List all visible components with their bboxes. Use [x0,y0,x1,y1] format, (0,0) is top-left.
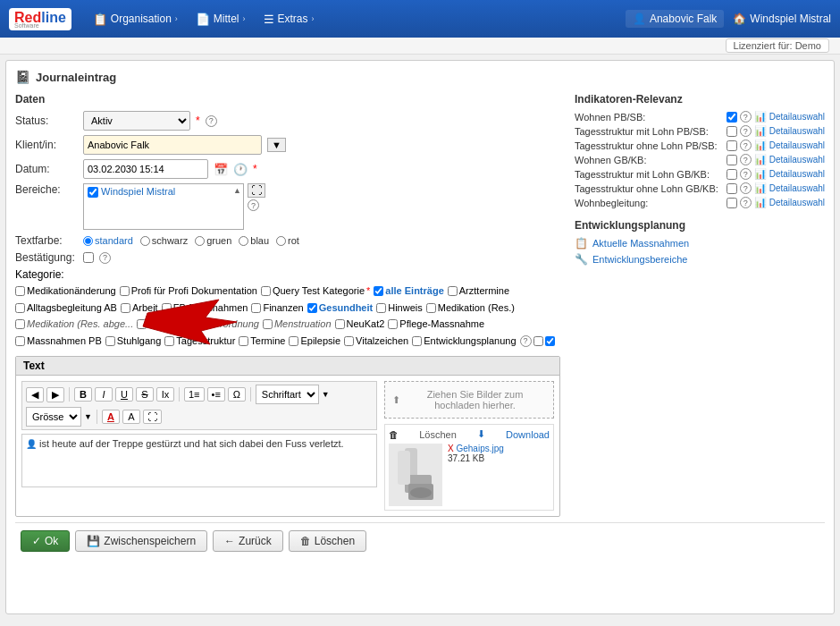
bereiche-info-icon[interactable]: ? [248,199,259,211]
textfarbe-gruen[interactable]: gruen [195,235,231,246]
bold-button[interactable]: B [74,387,92,402]
editor-content[interactable]: 👤 ist heute auf der Treppe gestürzt und … [21,434,377,487]
underline-button[interactable]: U [115,387,133,402]
ind-tages-lohn-gb-info[interactable]: ? [740,168,752,180]
kat-arzt-cb[interactable] [448,286,458,296]
ind-wohnen-pb-detail[interactable]: Detailauswahl [769,112,825,122]
delete-label[interactable]: Löschen [419,429,457,440]
ok-button[interactable]: ✓ Ok [21,530,70,552]
ind-tages-nolohn-pb-cb[interactable] [727,140,737,151]
kat-vitalzeichen-cb[interactable] [344,336,354,346]
home-button[interactable]: 🏠 Windspiel Mistral [733,13,831,25]
fullscreen-button[interactable]: ⛶ [143,410,162,424]
ind-wohnen-gb-detail[interactable]: Detailauswahl [769,155,825,165]
textfarbe-rot-radio[interactable] [276,236,286,246]
ordered-list-button[interactable]: 1≡ [184,387,205,402]
textfarbe-schwarz[interactable]: schwarz [140,235,188,246]
ind-tages-lohn-pb-cb[interactable] [727,126,737,137]
nav-organisation[interactable]: 📋 Organisation › [86,9,185,30]
textfarbe-rot[interactable]: rot [276,235,299,246]
upload-zone[interactable]: ⬆ Ziehen Sie Bilder zum hochladen hierhe… [384,381,554,419]
italic-button[interactable]: I [95,387,113,402]
kat-pflege-cb[interactable] [388,319,398,329]
ind-wohnen-pb-cb[interactable] [727,112,737,123]
ind-tages-lohn-gb-cb[interactable] [727,169,737,180]
font-select[interactable]: Schriftart [256,385,319,404]
textfarbe-gruen-radio[interactable] [195,236,205,246]
ind-wohnen-pb-info[interactable]: ? [740,111,752,123]
kat-epilepsie-cb[interactable] [289,336,298,346]
kat-profi-cb[interactable] [120,286,130,296]
loeschen-button[interactable]: 🗑 Löschen [289,530,366,552]
ind-wohnbegleitung-cb[interactable] [727,198,737,208]
clear-format-button[interactable]: Ix [156,387,174,402]
img-filename[interactable]: Gehaips.jpg [456,444,503,453]
status-info-icon[interactable]: ? [206,115,217,127]
ind-wohnen-gb-cb[interactable] [727,155,737,165]
size-select[interactable]: Grösse [26,407,81,427]
kat-medikationaenderung-cb[interactable] [15,286,25,296]
nav-mittel[interactable]: 📄 Mittel › [189,9,253,30]
kat-medikation-res-cb[interactable] [426,303,436,313]
kat-entwicklungsplanung-cb[interactable] [412,336,422,346]
ind-tages-lohn-gb-detail[interactable]: Detailauswahl [769,169,825,179]
textfarbe-standard[interactable]: standard [83,235,133,246]
ind-tages-nolohn-pb-info[interactable]: ? [740,140,752,151]
textfarbe-blau-radio[interactable] [239,236,248,246]
kat-finanzen-cb[interactable] [251,303,261,313]
entw-massnahmen[interactable]: 📋 Aktuelle Massnahmen [575,237,825,250]
kat-termine-cb[interactable] [239,336,248,346]
kat-query-cb[interactable] [261,286,271,296]
kat-neukat2-cb[interactable] [335,319,345,329]
clock-icon[interactable]: 🕐 [233,163,248,176]
ind-wohnen-gb-info[interactable]: ? [740,154,752,165]
kat-tagesstruktur-cb[interactable] [164,336,174,346]
status-select[interactable]: Aktiv [83,111,190,131]
textfarbe-schwarz-radio[interactable] [140,236,150,246]
bestaetigung-checkbox[interactable] [83,252,94,263]
ind-wohnbegleitung-detail[interactable]: Detailauswahl [769,198,825,207]
ind-tages-nolohn-gb-info[interactable]: ? [740,182,752,194]
kat-menstruation-cb[interactable] [263,319,273,329]
bereiche-checkbox[interactable] [88,187,98,198]
zwischenspeichern-button[interactable]: 💾 Zwischenspeichern [75,530,207,552]
kat-medizinische-cb[interactable] [137,319,147,329]
kat-massnahmen-pb-cb[interactable] [15,336,25,346]
user-info[interactable]: 👤 Anabovic Falk [626,10,724,28]
klient-dropdown-icon[interactable]: ▼ [267,138,286,152]
textfarbe-standard-radio[interactable] [83,236,93,246]
calendar-icon[interactable]: 📅 [214,163,228,176]
ind-tages-nolohn-gb-detail[interactable]: Detailauswahl [769,183,825,193]
ind-tages-lohn-pb-info[interactable]: ? [740,125,752,137]
textfarbe-blau[interactable]: blau [239,235,269,246]
download-link[interactable]: Download [506,429,550,440]
bestaetigung-info-icon[interactable]: ? [99,252,111,264]
zurueck-button[interactable]: ← Zurück [213,530,283,552]
kat-arbeit-cb[interactable] [121,303,130,313]
ind-wohnbegleitung-info[interactable]: ? [740,197,752,208]
kat-alle-cb[interactable] [374,286,383,296]
kat-stuhlgang-cb[interactable] [105,336,115,346]
kat-entwicklungsplanung-info[interactable]: ? [520,335,532,347]
unordered-list-button[interactable]: •≡ [207,387,225,402]
nav-extras[interactable]: ☰ Extras › [256,9,322,30]
font-color-button[interactable]: A [102,410,120,424]
bereiche-scroll-up[interactable]: ▲ [233,186,241,195]
datum-input[interactable] [83,159,208,179]
kat-alltag-cb[interactable] [15,303,25,313]
kat-fb-cb[interactable] [162,303,172,313]
ind-tages-nolohn-gb-cb[interactable] [727,183,737,194]
omega-button[interactable]: Ω [228,387,246,402]
kat-gesundheit-cb[interactable] [307,303,317,313]
ind-tages-nolohn-pb-detail[interactable]: Detailauswahl [769,140,825,150]
kat-hinweis-cb[interactable] [376,303,386,313]
undo-button[interactable]: ◀ [26,387,44,402]
entw-bereiche[interactable]: 🔧 Entwicklungsbereiche [575,253,825,266]
font-bg-button[interactable]: A [122,410,140,424]
bereiche-expand-icon[interactable]: ⛶ [248,183,265,198]
strikethrough-button[interactable]: S [136,387,154,402]
klient-input[interactable] [83,135,262,155]
kat-entw-extra-cb1[interactable] [533,336,543,346]
redo-button[interactable]: ▶ [46,387,64,402]
kat-entw-extra-cb2[interactable] [545,336,555,346]
